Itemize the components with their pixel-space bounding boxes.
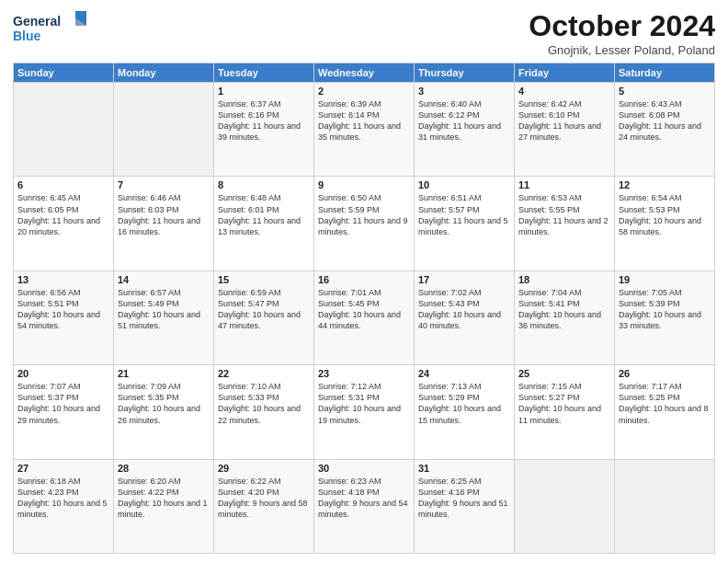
calendar-day-cell: 16Sunrise: 7:01 AMSunset: 5:45 PMDayligh… — [314, 270, 415, 364]
calendar-day-cell: 22Sunrise: 7:10 AMSunset: 5:33 PMDayligh… — [214, 365, 314, 459]
day-detail: Sunrise: 6:20 AMSunset: 4:22 PMDaylight:… — [118, 476, 210, 521]
day-number: 15 — [218, 274, 310, 285]
day-number: 16 — [318, 274, 410, 285]
day-number: 21 — [118, 368, 210, 379]
day-detail: Sunrise: 6:45 AMSunset: 6:05 PMDaylight:… — [17, 192, 109, 237]
day-number: 17 — [418, 274, 510, 285]
logo-icon: General Blue — [13, 9, 86, 48]
day-number: 27 — [17, 463, 109, 474]
day-number: 25 — [518, 368, 610, 379]
calendar-day-header: Saturday — [615, 63, 715, 83]
calendar-day-cell: 12Sunrise: 6:54 AMSunset: 5:53 PMDayligh… — [615, 177, 715, 270]
calendar-day-cell: 27Sunrise: 6:18 AMSunset: 4:23 PMDayligh… — [14, 459, 114, 553]
calendar-header-row: SundayMondayTuesdayWednesdayThursdayFrid… — [14, 63, 715, 83]
calendar-week-row: 27Sunrise: 6:18 AMSunset: 4:23 PMDayligh… — [14, 459, 715, 553]
calendar-week-row: 1Sunrise: 6:37 AMSunset: 6:16 PMDaylight… — [14, 83, 715, 177]
page: General Blue October 2024 Gnojnik, Lesse… — [0, 0, 728, 563]
calendar-day-cell: 14Sunrise: 6:57 AMSunset: 5:49 PMDayligh… — [114, 270, 214, 364]
day-detail: Sunrise: 7:05 AMSunset: 5:39 PMDaylight:… — [619, 287, 711, 332]
calendar-day-cell: 19Sunrise: 7:05 AMSunset: 5:39 PMDayligh… — [615, 270, 715, 364]
calendar-day-cell: 17Sunrise: 7:02 AMSunset: 5:43 PMDayligh… — [415, 270, 515, 364]
day-number: 11 — [518, 179, 610, 190]
day-detail: Sunrise: 6:46 AMSunset: 6:03 PMDaylight:… — [118, 192, 210, 237]
day-detail: Sunrise: 6:40 AMSunset: 6:12 PMDaylight:… — [418, 98, 510, 144]
day-detail: Sunrise: 6:18 AMSunset: 4:23 PMDaylight:… — [17, 476, 109, 521]
calendar-day-cell: 28Sunrise: 6:20 AMSunset: 4:22 PMDayligh… — [114, 459, 214, 553]
calendar-week-row: 20Sunrise: 7:07 AMSunset: 5:37 PMDayligh… — [14, 365, 715, 459]
calendar-day-cell: 20Sunrise: 7:07 AMSunset: 5:37 PMDayligh… — [14, 365, 114, 459]
calendar-day-header: Thursday — [415, 63, 515, 83]
calendar-day-cell — [615, 459, 715, 553]
page-subtitle: Gnojnik, Lesser Poland, Poland — [529, 43, 715, 57]
calendar-day-cell: 8Sunrise: 6:48 AMSunset: 6:01 PMDaylight… — [214, 177, 314, 270]
calendar-day-cell: 30Sunrise: 6:23 AMSunset: 4:18 PMDayligh… — [314, 459, 415, 553]
day-number: 30 — [318, 463, 410, 474]
calendar-day-header: Sunday — [14, 63, 114, 83]
day-number: 5 — [619, 86, 711, 97]
day-detail: Sunrise: 6:37 AMSunset: 6:16 PMDaylight:… — [218, 98, 310, 144]
calendar-day-cell: 6Sunrise: 6:45 AMSunset: 6:05 PMDaylight… — [14, 177, 114, 270]
svg-text:Blue: Blue — [13, 29, 41, 43]
calendar-day-header: Friday — [515, 63, 615, 83]
calendar-day-cell: 15Sunrise: 6:59 AMSunset: 5:47 PMDayligh… — [214, 270, 314, 364]
day-number: 1 — [218, 86, 310, 97]
calendar-day-header: Wednesday — [314, 63, 415, 83]
day-detail: Sunrise: 6:54 AMSunset: 5:53 PMDaylight:… — [619, 192, 711, 237]
calendar-day-cell: 7Sunrise: 6:46 AMSunset: 6:03 PMDaylight… — [114, 177, 214, 270]
day-detail: Sunrise: 7:17 AMSunset: 5:25 PMDaylight:… — [619, 381, 711, 426]
day-detail: Sunrise: 6:43 AMSunset: 6:08 PMDaylight:… — [619, 98, 711, 144]
day-detail: Sunrise: 7:07 AMSunset: 5:37 PMDaylight:… — [17, 381, 109, 426]
calendar-day-header: Monday — [114, 63, 214, 83]
day-number: 4 — [518, 86, 610, 97]
calendar-day-cell: 24Sunrise: 7:13 AMSunset: 5:29 PMDayligh… — [415, 365, 515, 459]
calendar-day-cell: 11Sunrise: 6:53 AMSunset: 5:55 PMDayligh… — [515, 177, 615, 270]
day-detail: Sunrise: 6:59 AMSunset: 5:47 PMDaylight:… — [218, 287, 310, 332]
day-detail: Sunrise: 7:10 AMSunset: 5:33 PMDaylight:… — [218, 381, 310, 426]
header: General Blue October 2024 Gnojnik, Lesse… — [13, 9, 715, 57]
day-number: 28 — [118, 463, 210, 474]
calendar-day-cell: 4Sunrise: 6:42 AMSunset: 6:10 PMDaylight… — [515, 83, 615, 177]
day-detail: Sunrise: 6:53 AMSunset: 5:55 PMDaylight:… — [518, 192, 610, 237]
calendar-day-cell: 21Sunrise: 7:09 AMSunset: 5:35 PMDayligh… — [114, 365, 214, 459]
calendar-day-cell: 2Sunrise: 6:39 AMSunset: 6:14 PMDaylight… — [314, 83, 415, 177]
day-number: 20 — [17, 368, 109, 379]
day-number: 10 — [418, 179, 510, 190]
day-number: 14 — [118, 274, 210, 285]
day-number: 3 — [418, 86, 510, 97]
calendar-week-row: 6Sunrise: 6:45 AMSunset: 6:05 PMDaylight… — [14, 177, 715, 270]
day-detail: Sunrise: 7:01 AMSunset: 5:45 PMDaylight:… — [318, 287, 410, 332]
calendar-table: SundayMondayTuesdayWednesdayThursdayFrid… — [13, 63, 715, 554]
day-detail: Sunrise: 7:13 AMSunset: 5:29 PMDaylight:… — [418, 381, 510, 426]
day-number: 12 — [619, 179, 711, 190]
title-block: October 2024 Gnojnik, Lesser Poland, Pol… — [529, 9, 715, 57]
day-detail: Sunrise: 6:23 AMSunset: 4:18 PMDaylight:… — [318, 476, 410, 521]
day-detail: Sunrise: 7:12 AMSunset: 5:31 PMDaylight:… — [318, 381, 410, 426]
day-number: 6 — [17, 179, 109, 190]
day-detail: Sunrise: 7:15 AMSunset: 5:27 PMDaylight:… — [518, 381, 610, 426]
day-number: 26 — [619, 368, 711, 379]
day-detail: Sunrise: 6:57 AMSunset: 5:49 PMDaylight:… — [118, 287, 210, 332]
calendar-day-header: Tuesday — [214, 63, 314, 83]
day-number: 22 — [218, 368, 310, 379]
day-detail: Sunrise: 7:09 AMSunset: 5:35 PMDaylight:… — [118, 381, 210, 426]
day-detail: Sunrise: 6:50 AMSunset: 5:59 PMDaylight:… — [318, 192, 410, 237]
calendar-week-row: 13Sunrise: 6:56 AMSunset: 5:51 PMDayligh… — [14, 270, 715, 364]
day-detail: Sunrise: 6:42 AMSunset: 6:10 PMDaylight:… — [518, 98, 610, 144]
calendar-day-cell — [114, 83, 214, 177]
day-number: 29 — [218, 463, 310, 474]
calendar-day-cell: 13Sunrise: 6:56 AMSunset: 5:51 PMDayligh… — [14, 270, 114, 364]
day-number: 7 — [118, 179, 210, 190]
calendar-day-cell: 1Sunrise: 6:37 AMSunset: 6:16 PMDaylight… — [214, 83, 314, 177]
calendar-day-cell: 9Sunrise: 6:50 AMSunset: 5:59 PMDaylight… — [314, 177, 415, 270]
page-title: October 2024 — [529, 9, 715, 43]
day-detail: Sunrise: 6:39 AMSunset: 6:14 PMDaylight:… — [318, 98, 410, 144]
calendar-day-cell: 25Sunrise: 7:15 AMSunset: 5:27 PMDayligh… — [515, 365, 615, 459]
calendar-day-cell: 31Sunrise: 6:25 AMSunset: 4:16 PMDayligh… — [415, 459, 515, 553]
calendar-day-cell: 18Sunrise: 7:04 AMSunset: 5:41 PMDayligh… — [515, 270, 615, 364]
day-number: 24 — [418, 368, 510, 379]
day-number: 19 — [619, 274, 711, 285]
day-number: 8 — [218, 179, 310, 190]
day-detail: Sunrise: 7:04 AMSunset: 5:41 PMDaylight:… — [518, 287, 610, 332]
day-detail: Sunrise: 6:56 AMSunset: 5:51 PMDaylight:… — [17, 287, 109, 332]
calendar-day-cell: 10Sunrise: 6:51 AMSunset: 5:57 PMDayligh… — [415, 177, 515, 270]
